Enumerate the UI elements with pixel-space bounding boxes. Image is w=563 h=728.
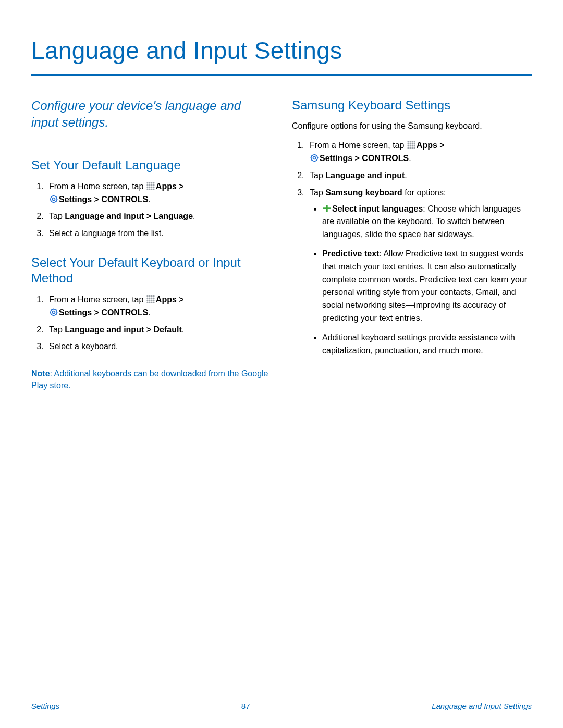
- steps-default-keyboard: From a Home screen, tap Apps > Settings …: [31, 293, 271, 353]
- controls-label: CONTROLS: [101, 195, 148, 204]
- samsung-options-list: Select input languages: Choose which lan…: [310, 203, 532, 357]
- step-text: .: [409, 154, 411, 163]
- step-text: >: [177, 182, 184, 191]
- note-text: Note: Additional keyboards can be downlo…: [31, 368, 271, 391]
- step-item: From a Home screen, tap Apps > Settings …: [46, 180, 271, 206]
- step-text: for options:: [402, 188, 446, 197]
- step-text: Tap: [310, 188, 325, 197]
- section-heading-samsung-keyboard: Samsung Keyboard Settings: [292, 97, 532, 113]
- apps-label: Apps: [156, 182, 177, 191]
- plus-icon: [323, 204, 331, 212]
- controls-label: CONTROLS: [362, 154, 409, 163]
- bullet-bold: Predictive text: [322, 249, 379, 258]
- step-bold: Language and input > Language: [65, 212, 193, 220]
- step-item: Select a keyboard.: [46, 340, 271, 353]
- step-text: .: [193, 212, 195, 220]
- apps-icon: [146, 294, 155, 303]
- apps-label: Apps: [156, 295, 177, 304]
- step-item: Select a language from the list.: [46, 227, 271, 240]
- bullet-bold: Select input languages: [332, 204, 423, 213]
- step-item: From a Home screen, tap Apps > Settings …: [46, 293, 271, 319]
- settings-label: Settings: [59, 308, 92, 317]
- step-text: .: [182, 325, 184, 334]
- controls-label: CONTROLS: [101, 308, 148, 317]
- step-text: >: [177, 295, 184, 304]
- footer-right: Language and Input Settings: [432, 701, 532, 710]
- left-column: Configure your device's language and inp…: [31, 97, 271, 406]
- bullet-text: : Allow Predictive text to suggest words…: [322, 249, 527, 323]
- page-title: Language and Input Settings: [31, 36, 532, 65]
- step-text: From a Home screen, tap: [49, 182, 146, 191]
- step-bold: Language and input: [325, 171, 405, 180]
- step-item: From a Home screen, tap Apps > Settings …: [307, 139, 532, 165]
- apps-label: Apps: [417, 141, 437, 150]
- list-item: Predictive text: Allow Predictive text t…: [322, 248, 532, 325]
- step-item: Tap Samsung keyboard for options: Select…: [307, 187, 532, 357]
- title-divider: [31, 74, 532, 76]
- section-heading-default-keyboard: Select Your Default Keyboard or Input Me…: [31, 255, 271, 286]
- step-text: Tap: [310, 171, 325, 180]
- step-text: >: [92, 308, 101, 317]
- apps-icon: [407, 140, 415, 149]
- step-text: From a Home screen, tap: [49, 295, 146, 304]
- step-bold: Language and input > Default: [65, 325, 181, 334]
- step-text: .: [148, 195, 150, 204]
- step-item: Tap Language and input > Language.: [46, 210, 271, 223]
- settings-icon: [50, 307, 58, 316]
- step-text: .: [405, 171, 407, 180]
- settings-icon: [50, 194, 58, 203]
- page-footer: Settings 87 Language and Input Settings: [0, 701, 563, 710]
- settings-label: Settings: [320, 154, 352, 163]
- step-text: >: [437, 141, 445, 150]
- step-item: Tap Language and input.: [307, 169, 532, 182]
- section-desc: Configure options for using the Samsung …: [292, 120, 532, 132]
- step-text: From a Home screen, tap: [310, 141, 407, 150]
- steps-default-language: From a Home screen, tap Apps > Settings …: [31, 180, 271, 240]
- apps-icon: [146, 181, 155, 190]
- steps-samsung-keyboard: From a Home screen, tap Apps > Settings …: [292, 139, 532, 357]
- page-number: 87: [241, 701, 250, 710]
- footer-left: Settings: [31, 701, 59, 710]
- step-text: .: [148, 308, 150, 317]
- step-item: Tap Language and input > Default.: [46, 324, 271, 337]
- settings-icon: [310, 153, 319, 162]
- settings-label: Settings: [59, 195, 92, 204]
- intro-text: Configure your device's language and inp…: [31, 97, 271, 131]
- list-item: Select input languages: Choose which lan…: [322, 203, 532, 241]
- step-text: Tap: [49, 212, 65, 220]
- list-item: Additional keyboard settings provide ass…: [322, 331, 532, 357]
- note-lead: Note: [31, 369, 50, 378]
- step-text: Tap: [49, 325, 65, 334]
- section-heading-default-language: Set Your Default Language: [31, 157, 271, 173]
- step-text: >: [352, 154, 362, 163]
- right-column: Samsung Keyboard Settings Configure opti…: [292, 97, 532, 406]
- note-rest: : Additional keyboards can be downloaded…: [31, 369, 268, 389]
- step-text: >: [92, 195, 101, 204]
- step-bold: Samsung keyboard: [325, 188, 402, 197]
